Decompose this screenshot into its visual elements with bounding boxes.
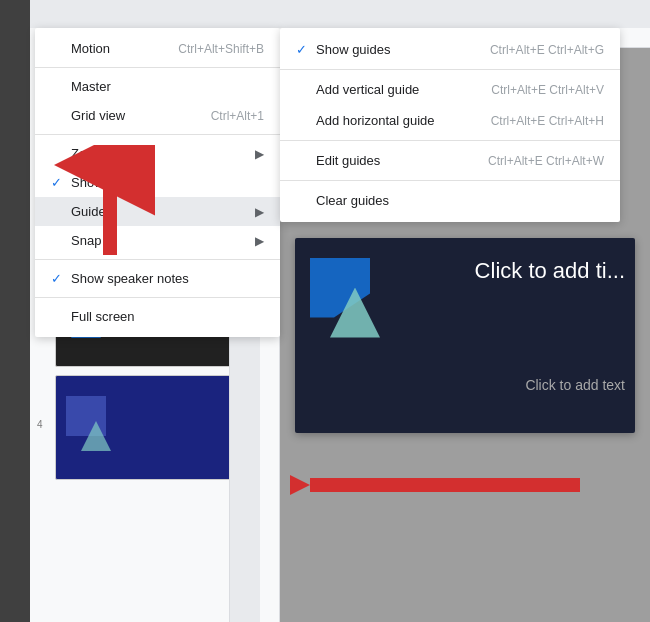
submenu-item-addvertical[interactable]: Add vertical guide Ctrl+Alt+E Ctrl+Alt+V xyxy=(280,74,620,105)
check-speakernotes: ✓ xyxy=(51,271,71,286)
thumb-num-4: 4 xyxy=(37,419,43,430)
submenu-divider-1 xyxy=(280,69,620,70)
menu-item-master[interactable]: Master xyxy=(35,72,280,101)
menu-item-fullscreen[interactable]: Full screen xyxy=(35,302,280,331)
submenu-divider-3 xyxy=(280,180,620,181)
slide-subtitle[interactable]: Click to add text xyxy=(525,377,625,393)
shortcut-editguides: Ctrl+Alt+E Ctrl+Alt+W xyxy=(488,154,604,168)
menu-item-gridview[interactable]: Grid view Ctrl+Alt+1 xyxy=(35,101,280,130)
slide-panel xyxy=(0,0,30,622)
arrow-up-svg xyxy=(35,145,155,265)
menu-item-motion[interactable]: Motion Ctrl+Alt+Shift+B xyxy=(35,34,280,63)
submenu-item-editguides[interactable]: Edit guides Ctrl+Alt+E Ctrl+Alt+W xyxy=(280,145,620,176)
arrow-guides: ▶ xyxy=(255,205,264,219)
menu-item-speakernotes[interactable]: ✓ Show speaker notes xyxy=(35,264,280,293)
slide-title[interactable]: Click to add ti... xyxy=(475,258,625,284)
divider-4 xyxy=(35,297,280,298)
arrow-right-svg xyxy=(290,450,590,520)
submenu-divider-2 xyxy=(280,140,620,141)
divider-1 xyxy=(35,67,280,68)
divider-2 xyxy=(35,134,280,135)
submenu-item-clearguides[interactable]: Clear guides xyxy=(280,185,620,216)
shortcut-addhorizontal: Ctrl+Alt+E Ctrl+Alt+H xyxy=(491,114,604,128)
submenu-item-showguides[interactable]: ✓ Show guides Ctrl+Alt+E Ctrl+Alt+G xyxy=(280,34,620,65)
shortcut-addvertical: Ctrl+Alt+E Ctrl+Alt+V xyxy=(491,83,604,97)
label-gridview: Grid view xyxy=(71,108,203,123)
label-master: Master xyxy=(71,79,264,94)
thumbnail-4[interactable] xyxy=(55,375,230,480)
arrow-snap: ▶ xyxy=(255,234,264,248)
shortcut-showguides: Ctrl+Alt+E Ctrl+Alt+G xyxy=(490,43,604,57)
slide-content[interactable]: Click to add ti... Click to add text xyxy=(295,238,635,433)
label-clearguides: Clear guides xyxy=(316,193,604,208)
label-showguides: Show guides xyxy=(316,42,482,57)
check-showguides: ✓ xyxy=(296,42,316,57)
shortcut-gridview: Ctrl+Alt+1 xyxy=(211,109,264,123)
label-addvertical: Add vertical guide xyxy=(316,82,483,97)
arrow-zoom: ▶ xyxy=(255,147,264,161)
label-motion: Motion xyxy=(71,41,170,56)
guides-submenu: ✓ Show guides Ctrl+Alt+E Ctrl+Alt+G Add … xyxy=(280,28,620,222)
label-editguides: Edit guides xyxy=(316,153,480,168)
submenu-item-addhorizontal[interactable]: Add horizontal guide Ctrl+Alt+E Ctrl+Alt… xyxy=(280,105,620,136)
label-fullscreen: Full screen xyxy=(71,309,264,324)
shortcut-motion: Ctrl+Alt+Shift+B xyxy=(178,42,264,56)
label-speakernotes: Show speaker notes xyxy=(71,271,264,286)
label-addhorizontal: Add horizontal guide xyxy=(316,113,483,128)
